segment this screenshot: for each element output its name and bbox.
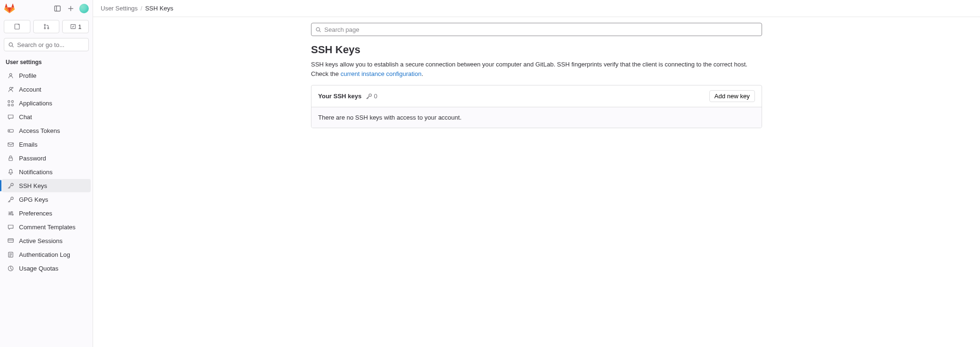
page-title: SSH Keys <box>311 44 762 56</box>
chat-icon <box>7 113 14 121</box>
breadcrumb-parent[interactable]: User Settings <box>101 5 138 12</box>
page-description: SSH keys allow you to establish a secure… <box>311 60 762 78</box>
sidebar-item-label: Preferences <box>19 210 52 217</box>
key-icon <box>366 93 372 100</box>
token-icon <box>7 127 14 134</box>
sidebar-header <box>0 0 93 17</box>
ssh-keys-card: Your SSH keys 0 Add new key There are no… <box>311 85 762 128</box>
sidebar-item-chat[interactable]: Chat <box>2 110 91 123</box>
svg-rect-15 <box>11 100 13 102</box>
sidebar-quick-buttons: 1 <box>0 17 93 36</box>
main: User Settings / SSH Keys SSH Keys SSH ke… <box>93 0 980 347</box>
sessions-icon <box>7 237 14 244</box>
sidebar-item-label: Applications <box>19 100 52 107</box>
lock-icon <box>7 154 14 162</box>
svg-point-36 <box>369 94 371 96</box>
breadcrumb: User Settings / SSH Keys <box>93 0 980 17</box>
email-icon <box>7 141 14 148</box>
sidebar-item-ssh-keys[interactable]: SSH Keys <box>2 179 91 192</box>
comment-icon <box>7 223 14 231</box>
svg-rect-14 <box>8 100 9 102</box>
svg-rect-21 <box>9 158 12 160</box>
sidebar-search-placeholder: Search or go to... <box>17 41 65 48</box>
svg-rect-0 <box>55 6 60 11</box>
account-icon <box>7 85 14 93</box>
quota-icon <box>7 264 14 272</box>
sidebar-item-authentication-log[interactable]: Authentication Log <box>2 248 91 261</box>
card-header: Your SSH keys 0 Add new key <box>311 85 762 107</box>
collapse-sidebar-icon[interactable] <box>53 4 62 13</box>
svg-point-34 <box>316 28 320 31</box>
user-avatar[interactable] <box>79 4 89 13</box>
sidebar-item-comment-templates[interactable]: Comment Templates <box>2 220 91 234</box>
svg-rect-17 <box>11 104 13 106</box>
svg-line-10 <box>12 46 13 47</box>
sidebar-item-access-tokens[interactable]: Access Tokens <box>2 124 91 137</box>
sidebar-item-gpg-keys[interactable]: GPG Keys <box>2 193 91 206</box>
card-title: Your SSH keys <box>318 93 362 100</box>
sidebar-item-label: Password <box>19 155 46 162</box>
sidebar-item-profile[interactable]: Profile <box>2 69 91 82</box>
sidebar-item-label: Comment Templates <box>19 224 75 231</box>
svg-point-7 <box>47 28 49 29</box>
instance-config-link[interactable]: current instance configuration <box>340 70 422 77</box>
sidebar-item-label: Notifications <box>19 169 53 176</box>
sidebar-item-label: Usage Quotas <box>19 265 58 272</box>
page-search[interactable] <box>311 23 762 36</box>
sidebar-item-password[interactable]: Password <box>2 151 91 165</box>
sidebar-item-label: SSH Keys <box>19 182 47 189</box>
search-icon <box>315 27 321 33</box>
sidebar-nav: ProfileAccountApplicationsChatAccess Tok… <box>0 68 93 275</box>
merge-requests-button[interactable] <box>33 20 60 33</box>
sidebar-item-preferences[interactable]: Preferences <box>2 206 91 220</box>
page-search-input[interactable] <box>324 26 758 33</box>
breadcrumb-separator: / <box>141 5 142 12</box>
svg-point-19 <box>9 130 9 131</box>
sidebar-item-label: Chat <box>19 113 32 121</box>
sidebar-item-applications[interactable]: Applications <box>2 96 91 110</box>
svg-point-5 <box>44 24 46 26</box>
bell-icon <box>7 168 14 176</box>
svg-line-35 <box>320 30 320 31</box>
svg-point-9 <box>9 43 12 46</box>
sidebar-item-label: GPG Keys <box>19 196 48 203</box>
todo-count: 1 <box>78 23 82 30</box>
sidebar-item-label: Emails <box>19 141 38 148</box>
key-icon <box>7 196 14 203</box>
sidebar-item-active-sessions[interactable]: Active Sessions <box>2 234 91 247</box>
svg-point-13 <box>12 87 13 88</box>
svg-point-25 <box>9 213 10 214</box>
add-new-key-button[interactable]: Add new key <box>709 90 755 102</box>
svg-point-24 <box>11 211 12 212</box>
key-icon <box>7 182 14 189</box>
todo-button[interactable]: 1 <box>62 20 89 33</box>
sidebar-section-title: User settings <box>0 56 93 68</box>
apps-icon <box>7 99 14 107</box>
key-count: 0 <box>366 93 377 100</box>
svg-rect-16 <box>8 104 9 106</box>
sidebar-item-label: Active Sessions <box>19 237 63 244</box>
sidebar-item-label: Account <box>19 86 41 93</box>
log-icon <box>7 251 14 258</box>
svg-point-6 <box>44 28 46 29</box>
content: SSH Keys SSH keys allow you to establish… <box>93 17 980 134</box>
sidebar-item-notifications[interactable]: Notifications <box>2 165 91 178</box>
sidebar-item-label: Profile <box>19 72 37 79</box>
sidebar-item-account[interactable]: Account <box>2 83 91 96</box>
search-icon <box>8 42 14 48</box>
sidebar-item-usage-quotas[interactable]: Usage Quotas <box>2 262 91 275</box>
sidebar-item-emails[interactable]: Emails <box>2 138 91 151</box>
card-empty-message: There are no SSH keys with access to you… <box>311 107 762 128</box>
svg-point-11 <box>9 73 12 75</box>
svg-rect-20 <box>8 142 13 146</box>
sidebar-search[interactable]: Search or go to... <box>4 38 89 51</box>
gitlab-logo[interactable] <box>4 3 15 14</box>
sidebar-item-label: Access Tokens <box>19 127 60 134</box>
prefs-icon <box>7 209 14 217</box>
user-icon <box>7 72 14 79</box>
plus-icon[interactable] <box>66 4 75 13</box>
sidebar: 1 Search or go to... User settings Profi… <box>0 0 93 347</box>
issues-button[interactable] <box>4 20 30 33</box>
breadcrumb-current: SSH Keys <box>145 5 173 12</box>
sidebar-item-label: Authentication Log <box>19 251 70 258</box>
